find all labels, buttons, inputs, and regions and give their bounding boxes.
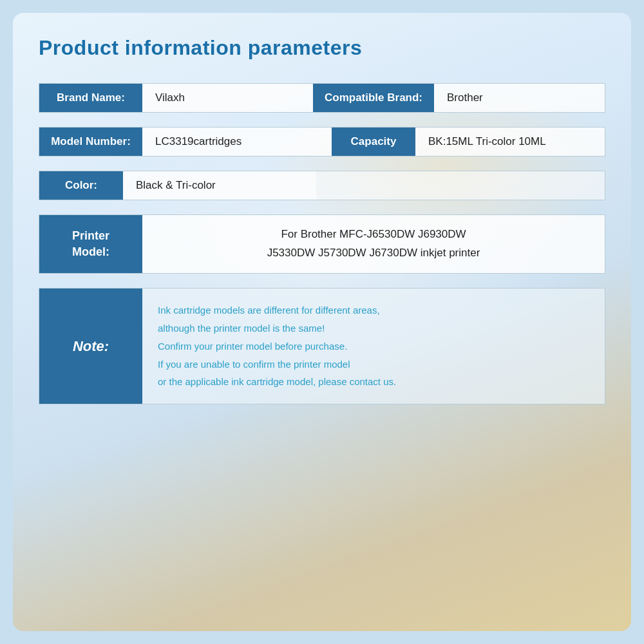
model-number-value: LC3319cartridges [142, 128, 332, 156]
color-value: Black & Tri-color [123, 171, 316, 200]
color-row: Color: Black & Tri-color [39, 171, 605, 200]
page-title: Product information parameters [39, 36, 605, 60]
note-line-3: Confirm your printer model before purcha… [158, 337, 347, 355]
brand-name-value: Vilaxh [142, 84, 313, 112]
printer-model-row: Printer Model: For Brother MFC-J6530DW J… [39, 214, 605, 274]
model-number-label: Model Number: [39, 128, 142, 156]
product-info-card: Product information parameters Brand Nam… [13, 13, 631, 631]
note-label: Note: [39, 289, 142, 404]
brand-row: Brand Name: Vilaxh Compatible Brand: Bro… [39, 83, 605, 113]
compatible-brand-value: Brother [434, 84, 605, 112]
note-row: Note: Ink cartridge models are different… [39, 288, 605, 404]
model-row-group: Model Number: LC3319cartridges Capacity … [39, 127, 605, 156]
capacity-label: Capacity [332, 128, 415, 156]
printer-model-value: For Brother MFC-J6530DW J6930DW J5330DW … [142, 215, 605, 273]
color-spacer [316, 171, 605, 200]
capacity-value: BK:15ML Tri-color 10ML [415, 128, 605, 156]
note-line-5: or the applicable ink cartridge model, p… [158, 373, 396, 391]
note-value: Ink cartridge models are different for d… [142, 289, 605, 404]
brand-name-label: Brand Name: [39, 84, 142, 112]
brand-row-group: Brand Name: Vilaxh Compatible Brand: Bro… [39, 83, 605, 113]
color-label: Color: [39, 171, 123, 200]
note-line-4: If you are unable to confirm the printer… [158, 355, 350, 374]
model-row: Model Number: LC3319cartridges Capacity … [39, 127, 605, 156]
color-row-group: Color: Black & Tri-color [39, 171, 605, 200]
note-line-2: although the printer model is the same! [158, 319, 325, 337]
compatible-brand-label: Compatible Brand: [313, 84, 434, 112]
printer-model-label: Printer Model: [39, 215, 142, 273]
note-line-1: Ink cartridge models are different for d… [158, 301, 380, 319]
